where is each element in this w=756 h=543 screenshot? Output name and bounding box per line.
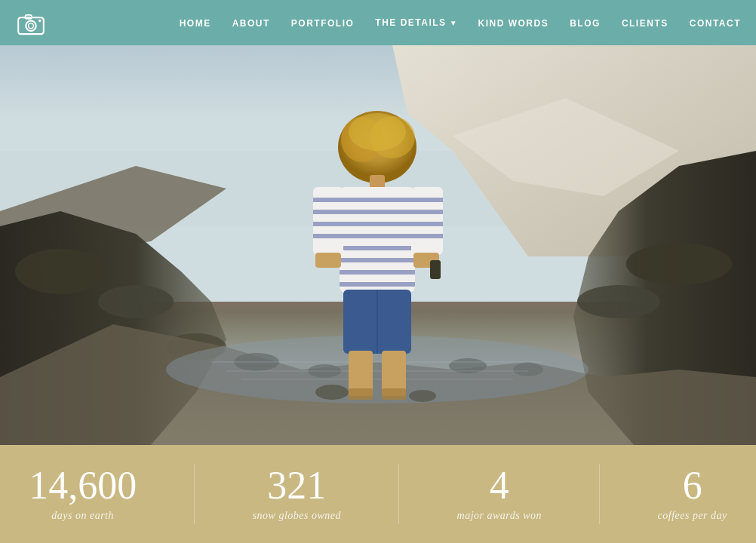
nav-link-portfolio[interactable]: PORTFOLIO [291, 18, 355, 29]
svg-point-61 [315, 385, 349, 400]
nav-item-kind-words[interactable]: KIND WORDS [478, 16, 549, 29]
svg-rect-43 [313, 198, 343, 202]
nav-item-contact[interactable]: CONTACT [690, 16, 741, 29]
svg-rect-49 [411, 198, 443, 202]
svg-rect-48 [411, 187, 443, 255]
stat-number-3: 6 [658, 466, 727, 505]
svg-rect-37 [340, 234, 415, 238]
svg-point-17 [626, 243, 732, 285]
nav-links: HOME ABOUT PORTFOLIO THE DETAILS ▼ KIND … [180, 16, 741, 29]
svg-point-13 [15, 249, 106, 294]
hero-scene-svg [0, 0, 756, 445]
svg-rect-59 [349, 388, 373, 400]
svg-rect-33 [340, 187, 415, 293]
stat-label-3: coffees per day [658, 510, 727, 522]
hero-background [0, 0, 756, 445]
stat-item-2: 4 major awards won [457, 466, 542, 522]
stat-divider-2 [599, 464, 600, 524]
svg-rect-46 [313, 234, 343, 238]
stat-label-0: days on earth [29, 510, 137, 522]
stat-number-0: 14,600 [29, 466, 137, 505]
hero-section [0, 0, 756, 445]
stat-divider-0 [194, 464, 195, 524]
svg-point-18 [577, 285, 660, 318]
svg-rect-40 [340, 270, 415, 275]
svg-rect-54 [430, 260, 441, 279]
nav-link-about[interactable]: ABOUT [232, 18, 270, 29]
svg-rect-35 [340, 210, 415, 214]
stat-item-0: 14,600 days on earth [29, 466, 137, 522]
stat-label-1: snow globes owned [253, 510, 341, 522]
nav-link-the-details[interactable]: THE DETAILS [375, 17, 446, 28]
svg-rect-36 [340, 222, 415, 226]
nav-item-about[interactable]: ABOUT [232, 16, 270, 29]
svg-rect-45 [313, 222, 343, 226]
svg-point-1 [26, 20, 35, 30]
site-logo[interactable] [15, 9, 47, 36]
stat-number-1: 321 [253, 466, 341, 505]
svg-point-2 [29, 23, 34, 29]
nav-link-kind-words[interactable]: KIND WORDS [478, 18, 549, 29]
nav-link-home[interactable]: HOME [180, 18, 211, 29]
camera-icon [15, 9, 47, 36]
svg-rect-50 [411, 210, 443, 214]
stat-item-1: 321 snow globes owned [253, 466, 341, 522]
nav-item-home[interactable]: HOME [180, 16, 211, 29]
nav-item-clients[interactable]: CLIENTS [622, 16, 668, 29]
svg-rect-41 [340, 282, 415, 287]
stat-item-3: 6 coffees per day [658, 466, 727, 522]
stat-label-2: major awards won [457, 510, 542, 522]
navbar: HOME ABOUT PORTFOLIO THE DETAILS ▼ KIND … [0, 0, 756, 45]
svg-point-31 [349, 113, 406, 151]
svg-rect-38 [340, 246, 415, 250]
nav-link-clients[interactable]: CLIENTS [622, 18, 668, 29]
svg-rect-51 [411, 222, 443, 226]
svg-rect-52 [411, 234, 443, 238]
svg-point-62 [409, 390, 436, 402]
nav-item-blog[interactable]: BLOG [570, 16, 601, 29]
svg-rect-60 [382, 388, 406, 400]
svg-rect-42 [313, 187, 343, 255]
svg-rect-34 [340, 198, 415, 202]
nav-link-contact[interactable]: CONTACT [690, 18, 741, 29]
stat-divider-1 [398, 464, 399, 524]
nav-item-portfolio[interactable]: PORTFOLIO [291, 16, 355, 29]
svg-rect-44 [313, 210, 343, 214]
stat-number-2: 4 [457, 466, 542, 505]
chevron-down-icon: ▼ [450, 19, 457, 27]
svg-point-4 [38, 20, 41, 22]
nav-item-the-details[interactable]: THE DETAILS ▼ [375, 17, 456, 28]
svg-rect-39 [340, 258, 415, 262]
svg-rect-47 [315, 253, 341, 268]
svg-point-14 [98, 285, 174, 318]
nav-link-blog[interactable]: BLOG [570, 18, 601, 29]
stats-bar: 14,600 days on earth 321 snow globes own… [0, 445, 756, 543]
